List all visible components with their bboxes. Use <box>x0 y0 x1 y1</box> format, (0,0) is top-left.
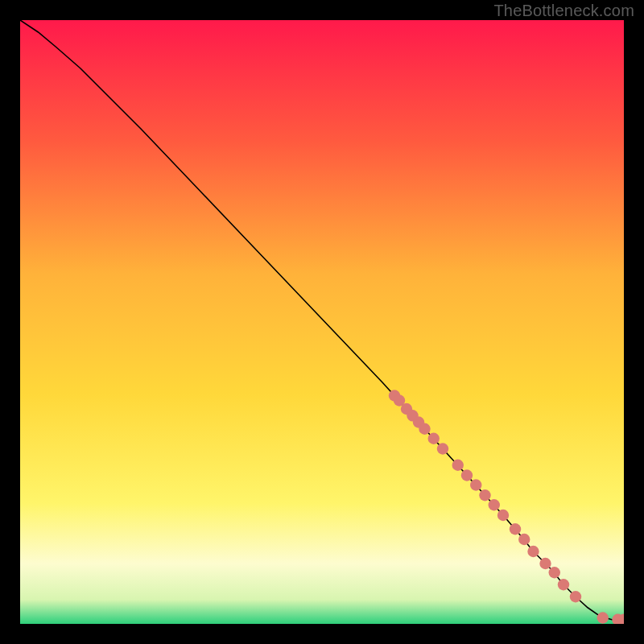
data-point <box>510 523 521 535</box>
chart-svg <box>20 20 624 624</box>
data-point <box>452 460 464 471</box>
data-point <box>419 423 430 435</box>
data-point <box>479 489 490 501</box>
chart-frame: TheBottleneck.com <box>0 0 644 644</box>
data-point <box>497 510 509 521</box>
data-point <box>549 567 560 578</box>
data-point <box>489 499 500 510</box>
data-point <box>539 558 551 569</box>
data-point <box>437 443 448 454</box>
data-point <box>518 534 530 545</box>
data-point <box>558 579 569 590</box>
data-point <box>461 469 473 481</box>
data-point <box>428 433 440 444</box>
data-point <box>527 546 539 557</box>
data-point <box>570 591 581 602</box>
data-point <box>597 612 609 623</box>
gradient-background <box>20 20 624 624</box>
plot-area <box>20 20 624 624</box>
data-point <box>470 479 481 490</box>
watermark-text: TheBottleneck.com <box>493 2 634 20</box>
